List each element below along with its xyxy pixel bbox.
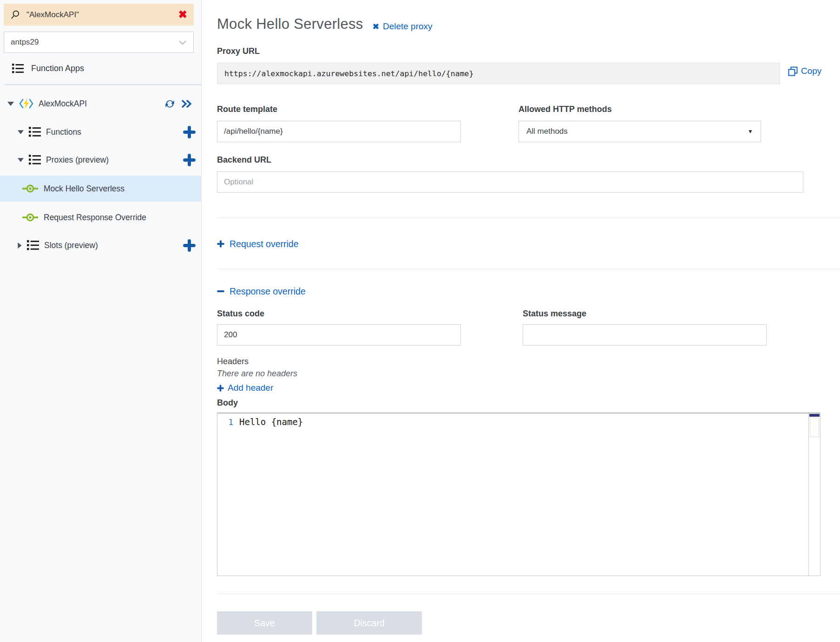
subscription-dropdown[interactable]: antps29 [4, 32, 194, 53]
caret-down-icon[interactable] [18, 130, 24, 134]
scroll-marker [809, 414, 820, 417]
proxy-url-field[interactable]: https://alexmockapi.azurewebsites.net/ap… [217, 63, 780, 84]
proxy-item-label: Request Response Override [44, 213, 146, 223]
tree-item-proxies[interactable]: Proxies (preview) [0, 148, 201, 172]
caret-right-icon[interactable] [18, 242, 22, 249]
proxy-url-label: Proxy URL [217, 46, 840, 56]
scroll-thumb[interactable] [810, 418, 819, 437]
section-divider [217, 594, 840, 594]
search-value: "AlexMockAPI" [26, 10, 79, 20]
tree-item-request-response-override[interactable]: Request Response Override [0, 204, 201, 230]
delete-x-icon: ✖ [373, 23, 379, 31]
editor-line[interactable]: 1 Hello {name} [217, 414, 820, 429]
plus-icon [217, 240, 224, 248]
copy-label: Copy [801, 66, 821, 76]
list-icon [29, 155, 41, 165]
add-proxy-icon[interactable] [183, 154, 196, 166]
delete-proxy-label: Delete proxy [383, 21, 433, 32]
status-code-label: Status code [217, 309, 461, 319]
sidebar: "AlexMockAPI" ✖ antps29 Function Apps Al… [0, 0, 202, 642]
function-app-logo-icon [19, 98, 33, 110]
add-function-icon[interactable] [183, 126, 196, 138]
http-methods-group: Allowed HTTP methods All methods ▼ [518, 105, 761, 142]
copy-button[interactable]: Copy [788, 66, 821, 76]
request-override-toggle[interactable]: Request override [217, 236, 299, 252]
list-icon [12, 64, 24, 73]
add-header-button[interactable]: Add header [217, 381, 273, 394]
route-template-label: Route template [217, 105, 461, 114]
backend-url-label: Backend URL [217, 155, 840, 165]
proxy-icon [22, 212, 38, 223]
headers-label: Headers [217, 357, 840, 367]
search-input[interactable]: "AlexMockAPI" ✖ [4, 4, 194, 26]
sidebar-item-function-apps[interactable]: Function Apps [0, 58, 201, 79]
no-headers-text: There are no headers [217, 369, 840, 379]
code-text: Hello {name} [236, 417, 303, 427]
save-button[interactable]: Save [217, 611, 312, 635]
page-title: Mock Hello Serverless [217, 16, 363, 33]
http-methods-label: Allowed HTTP methods [518, 105, 761, 114]
copy-icon [788, 66, 798, 76]
slots-label: Slots (preview) [44, 241, 98, 250]
caret-down-icon[interactable] [7, 102, 14, 106]
route-template-group: Route template [217, 105, 461, 142]
collapse-sidebar-icon[interactable] [181, 99, 193, 108]
status-message-group: Status message [523, 309, 767, 346]
function-apps-label: Function Apps [31, 64, 84, 73]
clear-search-icon[interactable]: ✖ [178, 9, 187, 20]
status-message-label: Status message [523, 309, 767, 319]
proxy-icon [22, 183, 38, 194]
select-arrow-icon: ▼ [748, 128, 753, 135]
tree-item-mock-hello-serverless[interactable]: Mock Hello Serverless [0, 176, 201, 202]
http-methods-select[interactable]: All methods ▼ [518, 121, 761, 142]
chevron-down-icon [178, 40, 187, 45]
section-divider [217, 217, 840, 218]
delete-proxy-button[interactable]: ✖ Delete proxy [373, 21, 433, 32]
section-divider [217, 269, 840, 269]
tree-item-app[interactable]: AlexMockAPI [0, 91, 201, 116]
list-icon [29, 127, 41, 137]
app-name-label: AlexMockAPI [39, 99, 87, 109]
proxy-item-label: Mock Hello Serverless [44, 184, 125, 194]
subscription-value: antps29 [11, 38, 39, 47]
functions-label: Functions [46, 127, 81, 137]
minus-icon [217, 288, 224, 295]
search-icon [10, 10, 20, 20]
editor-scrollbar[interactable] [808, 413, 820, 576]
plus-icon [217, 385, 224, 392]
sidebar-divider [5, 85, 201, 85]
request-override-label: Request override [230, 239, 299, 249]
body-label: Body [217, 398, 840, 408]
status-message-input[interactable] [523, 324, 767, 346]
list-icon [27, 240, 39, 250]
status-code-input[interactable] [217, 324, 461, 346]
add-header-label: Add header [228, 383, 273, 393]
tree-item-slots[interactable]: Slots (preview) [0, 233, 201, 257]
route-template-input[interactable] [217, 121, 461, 142]
line-number: 1 [217, 417, 236, 427]
body-code-editor[interactable]: 1 Hello {name} [217, 413, 820, 576]
backend-url-input[interactable] [217, 171, 803, 193]
http-methods-value: All methods [526, 127, 568, 136]
refresh-icon[interactable] [164, 98, 175, 109]
proxy-detail-panel: Mock Hello Serverless ✖ Delete proxy Pro… [202, 0, 840, 642]
add-slot-icon[interactable] [183, 239, 196, 252]
response-override-toggle[interactable]: Response override [217, 283, 306, 300]
status-code-group: Status code [217, 309, 461, 346]
tree-item-functions[interactable]: Functions [0, 120, 201, 144]
discard-button[interactable]: Discard [316, 611, 422, 635]
response-override-label: Response override [230, 286, 306, 297]
caret-down-icon[interactable] [18, 158, 24, 162]
proxies-label: Proxies (preview) [46, 155, 109, 165]
